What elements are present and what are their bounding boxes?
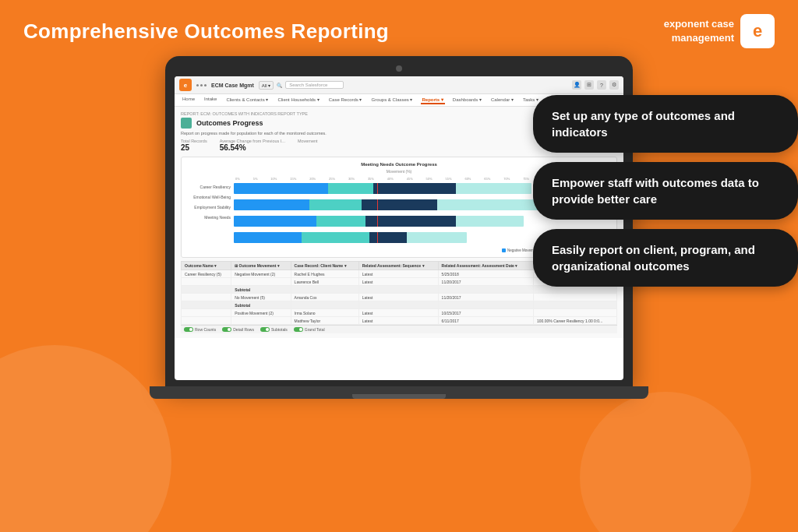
cell-date: 6/11/2017: [438, 317, 533, 325]
col-sequence[interactable]: Related Assessment: Sequence ▾: [358, 262, 438, 270]
stat-avg-change: Average Change from Previous I... 56.54%: [220, 139, 285, 152]
nav-user-icon[interactable]: 👤: [572, 80, 581, 90]
bar-navy-3: [365, 216, 456, 227]
bar-blue-2: [234, 199, 309, 210]
toggle-grand-total-switch[interactable]: [294, 327, 303, 332]
toggle-row-counts-label: Row Counts: [195, 327, 216, 332]
stat-total-value: 25: [181, 143, 207, 152]
logo-text: exponent case management: [664, 17, 734, 45]
col-movement[interactable]: ⊞ Outcome Movement ▾: [231, 262, 291, 270]
nav-grid-icon[interactable]: ⊞: [584, 80, 594, 90]
toggle-grand-total-label: Grand Total: [305, 327, 325, 332]
toggle-row-counts: Row Counts: [184, 327, 216, 332]
cell-date: 11/20/2017: [438, 278, 533, 286]
screen-nav: e ECM Case Mgmt All ▾ 🔍 Search Salesforc…: [175, 76, 623, 94]
cell-seq: Latest: [358, 294, 438, 301]
cell-movement: No Movement (5): [231, 294, 291, 301]
cell-date: [438, 286, 533, 294]
nav-dots: [196, 84, 207, 86]
cell-seq: Latest: [358, 270, 438, 278]
cell-client: [291, 286, 358, 294]
cell-client: Amanda Cox: [291, 294, 358, 301]
stat-total-records: Total Records 25: [181, 139, 207, 152]
nav-case-records[interactable]: Case Records ▾: [327, 96, 364, 104]
cell-outcome: [182, 286, 231, 294]
nav-help-icon[interactable]: ?: [597, 80, 606, 90]
nav-groups[interactable]: Groups & Classes ▾: [369, 96, 414, 104]
callout-box-2: Empower staff with outcomes data to prov…: [533, 162, 798, 220]
toggle-detail-rows-switch[interactable]: [222, 327, 231, 332]
cell-client: Irma Solano: [291, 309, 358, 317]
bar-blue-3: [234, 216, 316, 227]
cell-movement: Positive Movement (2): [231, 309, 291, 317]
nav-dot-3: [204, 84, 207, 86]
nav-logo-icon: e: [179, 79, 192, 91]
col-outcome[interactable]: Outcome Name ▾: [182, 262, 231, 270]
nav-controls: All ▾ 🔍 Search Salesforce: [259, 81, 344, 90]
page-title: Comprehensive Outcomes Reporting: [23, 19, 389, 44]
cell-movement: Negative Movement (2): [231, 270, 291, 278]
cell-date: 5/25/2018: [438, 270, 533, 278]
search-icon: 🔍: [277, 83, 282, 88]
bar-line-2: [377, 199, 378, 210]
chart-y-labels: Career Resiliency Emotional Well-Being E…: [188, 177, 231, 252]
all-dropdown[interactable]: All ▾: [259, 81, 274, 90]
cell-outcome: [182, 294, 231, 301]
cell-seq: [358, 286, 438, 294]
nav-dot-1: [196, 84, 199, 86]
bar-blue-4: [234, 232, 302, 243]
bar-navy-4: [369, 232, 407, 243]
cell-outcome: Career Resiliency (5): [182, 270, 231, 278]
legend-dot-negative: [502, 248, 506, 252]
cell-seq: Latest: [358, 309, 438, 317]
main-content: e ECM Case Mgmt All ▾ 🔍 Search Salesforc…: [0, 56, 798, 399]
toggle-subtotals-switch[interactable]: [260, 327, 270, 332]
screen-page-title: Outcomes Progress: [196, 119, 263, 127]
table-row: Positive Movement (2) Irma Solano Latest…: [182, 309, 617, 317]
table-row: Matthew Taylor Latest 6/11/2017 100.00% …: [182, 317, 617, 325]
bar-line-1: [377, 183, 378, 194]
nav-households[interactable]: Client Households ▾: [276, 96, 320, 104]
cell-check: [534, 286, 617, 294]
cell-check: 100.00% Career Resiliency 1.00 0:0...: [534, 317, 617, 325]
cell-date: 10/15/2017: [438, 309, 533, 317]
bar-line-4: [377, 232, 378, 243]
col-date[interactable]: Related Assessment: Assessment Date ▾: [438, 262, 533, 270]
nav-dashboards[interactable]: Dashboards ▾: [451, 96, 483, 104]
y-label-2: Emotional Well-Being: [188, 195, 231, 199]
toggle-row-counts-switch[interactable]: [184, 327, 193, 332]
nav-settings-icon[interactable]: ⚙: [609, 80, 619, 90]
table-row-subtotal: Subtotal: [182, 286, 617, 294]
bar-teal-4: [302, 232, 369, 243]
stat-movement: Movement: [298, 139, 318, 152]
cell-seq: Latest: [358, 278, 438, 286]
logo-area: exponent case management e: [664, 14, 775, 48]
nav-icons: 👤 ⊞ ? ⚙: [572, 80, 619, 90]
bar-navy-1: [373, 183, 456, 194]
toggle-grand-total: Grand Total: [294, 327, 325, 332]
cell-check: [534, 294, 617, 301]
nav-intake[interactable]: Intake: [203, 96, 218, 104]
nav-reports[interactable]: Reports ▾: [421, 96, 445, 104]
bar-teal-1: [328, 183, 373, 194]
nav-app-title: ECM Case Mgmt: [211, 83, 254, 88]
cell-outcome: [182, 278, 231, 286]
page-header: Comprehensive Outcomes Reporting exponen…: [0, 0, 798, 56]
cell-outcome: [182, 309, 231, 317]
table-row: No Movement (5) Amanda Cox Latest 11/20/…: [182, 294, 617, 301]
nav-calendar[interactable]: Calendar ▾: [489, 96, 515, 104]
bar-light-1: [456, 183, 531, 194]
nav-search-bar[interactable]: Search Salesforce: [285, 81, 344, 89]
toggle-subtotals-label: Subtotals: [271, 327, 288, 332]
cell-check: [534, 309, 617, 317]
bar-light-2: [437, 199, 542, 210]
y-label-1: Career Resiliency: [188, 185, 231, 189]
cell-movement: Subtotal: [231, 301, 291, 309]
nav-home[interactable]: Home: [181, 96, 196, 104]
toggle-detail-rows-label: Detail Rows: [233, 327, 254, 332]
stat-avg-value: 56.54%: [220, 143, 285, 152]
cell-client: [291, 301, 358, 309]
nav-clients[interactable]: Clients & Contacts ▾: [224, 96, 270, 104]
cell-seq: [358, 301, 438, 309]
col-client[interactable]: Case Record: Client Name ▾: [291, 262, 358, 270]
